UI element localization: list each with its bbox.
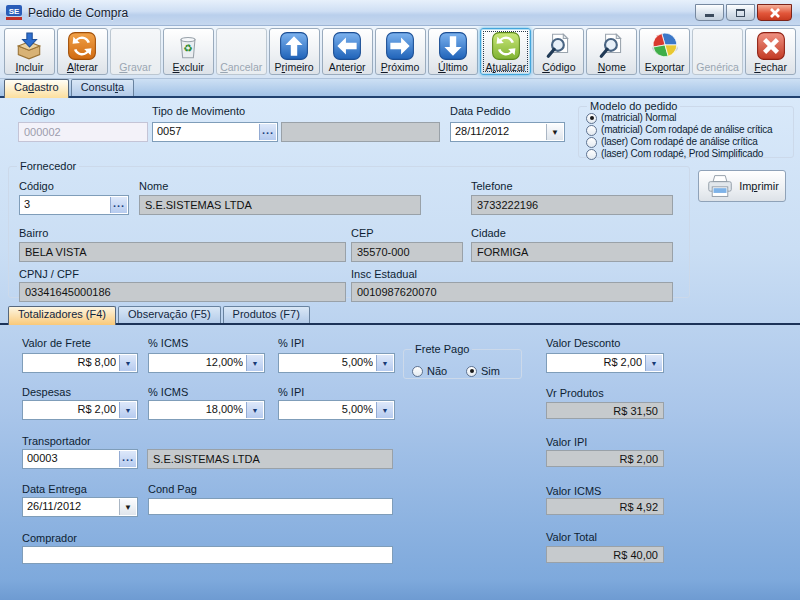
toolbar-button-label: Nome xyxy=(598,61,626,73)
dropdown-arrow-icon[interactable]: ▼ xyxy=(246,402,263,418)
toolbar-nome-button[interactable]: Nome xyxy=(586,28,637,75)
data-entrega-label: Data Entrega xyxy=(22,483,87,495)
minimize-button[interactable] xyxy=(695,4,724,21)
modelo-option-matricial-rodape[interactable]: (matricial) Com rodapé de análise crític… xyxy=(586,124,793,136)
perc-ipi-frete-field[interactable]: 5,00% ▼ xyxy=(278,353,395,373)
valor-frete-field[interactable]: R$ 8,00 ▼ xyxy=(22,353,138,373)
perc-icms-despesas-field[interactable]: 18,00% ▼ xyxy=(148,400,265,420)
modelo-option-laser-simplificado[interactable]: (laser) Com rodapé, Prod Simplificado xyxy=(586,148,793,160)
modelo-pedido-legend: Modelo do pedido xyxy=(587,100,680,112)
close-button[interactable] xyxy=(757,4,792,21)
arrow-up-icon xyxy=(279,31,309,61)
tipo-movimento-descricao-field xyxy=(281,122,440,142)
toolbar-atualizar-button[interactable]: Atualizar xyxy=(480,28,531,75)
tab-consulta[interactable]: Consulta xyxy=(71,79,134,96)
tipo-movimento-label: Tipo de Movimento xyxy=(152,105,245,117)
toolbar-anterior-button[interactable]: Anterior xyxy=(322,28,373,75)
svg-text:♻: ♻ xyxy=(183,42,193,54)
cond-pag-input[interactable] xyxy=(148,498,393,515)
fornecedor-codigo-field[interactable]: 3 ... xyxy=(19,195,129,215)
svg-text:SE: SE xyxy=(9,7,20,16)
data-pedido-field[interactable]: 28/11/2012 ▼ xyxy=(450,122,565,142)
toolbar-ultimo-button[interactable]: Último xyxy=(428,28,479,75)
valor-icms-field: R$ 4,92 xyxy=(546,498,664,515)
tab-cadastro[interactable]: Cadastro xyxy=(4,79,69,98)
main-tabstrip: Cadastro Consulta xyxy=(0,79,800,98)
cpnj-cpf-label: CPNJ / CPF xyxy=(19,268,79,280)
fornecedor-codigo-label: Código xyxy=(19,180,54,192)
minimize-icon xyxy=(705,14,714,17)
dropdown-arrow-icon[interactable]: ▼ xyxy=(246,355,263,371)
toolbar-button-label: Anterior xyxy=(329,61,366,73)
toolbar-primeiro-button[interactable]: Primeiro xyxy=(269,28,320,75)
refresh-green-icon xyxy=(491,31,521,61)
transportador-codigo-field[interactable]: 00003 ... xyxy=(22,449,138,469)
vr-produtos-field: R$ 31,50 xyxy=(546,402,664,419)
bairro-field: BELA VISTA xyxy=(19,242,346,262)
toolbar-button-label: Exportar xyxy=(645,61,685,73)
arrow-down-icon xyxy=(438,31,468,61)
data-entrega-field[interactable]: 26/11/2012 ▼ xyxy=(22,497,138,517)
insc-estadual-field: 0010987620070 xyxy=(351,282,673,302)
fornecedor-nome-field: S.E.SISTEMAS LTDA xyxy=(139,195,421,215)
frete-pago-legend: Frete Pago xyxy=(412,343,472,355)
frete-pago-groupbox: Frete Pago Não Sim xyxy=(403,343,522,379)
lookup-ellipsis-icon[interactable]: ... xyxy=(110,197,127,213)
dropdown-arrow-icon[interactable]: ▼ xyxy=(119,355,136,371)
toolbar-fechar-button[interactable]: Fechar xyxy=(745,28,796,75)
perc-ipi-despesas-field[interactable]: 5,00% ▼ xyxy=(278,400,395,420)
radio-checked-icon xyxy=(586,113,597,124)
lookup-ellipsis-icon[interactable]: ... xyxy=(259,124,276,140)
dropdown-arrow-icon[interactable]: ▼ xyxy=(376,355,393,371)
maximize-button[interactable] xyxy=(726,4,755,21)
cpnj-cpf-field: 03341645000186 xyxy=(19,282,346,302)
perc-icms-frete-field[interactable]: 12,00% ▼ xyxy=(148,353,265,373)
dropdown-arrow-icon[interactable]: ▼ xyxy=(119,402,136,418)
cadastro-page: Código 000002 Tipo de Movimento 0057 ...… xyxy=(0,98,800,600)
title-bar[interactable]: SE Pedido de Compra xyxy=(0,0,800,26)
dropdown-arrow-icon[interactable]: ▼ xyxy=(645,355,662,371)
refresh-orange-icon xyxy=(67,31,97,61)
tab-totalizadores[interactable]: Totalizadores (F4) xyxy=(8,306,116,325)
tipo-movimento-field[interactable]: 0057 ... xyxy=(152,122,278,142)
modelo-pedido-groupbox: Modelo do pedido (matricial) Normal (mat… xyxy=(578,100,794,158)
valor-icms-label: Valor ICMS xyxy=(546,485,601,497)
toolbar-codigo-button[interactable]: Código xyxy=(533,28,584,75)
toolbar-proximo-button[interactable]: Próximo xyxy=(375,28,426,75)
lookup-ellipsis-icon[interactable]: ... xyxy=(119,451,136,467)
perc-icms-despesas-label: % ICMS xyxy=(148,386,188,398)
arrow-left-icon xyxy=(332,31,362,61)
valor-desconto-field[interactable]: R$ 2,00 ▼ xyxy=(546,353,664,373)
modelo-option-laser-rodape[interactable]: (laser) Com rodapé de análise crítica xyxy=(586,136,793,148)
calendar-dropdown-icon[interactable]: ▼ xyxy=(546,124,563,140)
perc-icms-frete-label: % ICMS xyxy=(148,337,188,349)
imprimir-label: Imprimir xyxy=(739,180,779,192)
tab-observacao[interactable]: Observação (F5) xyxy=(118,306,221,323)
modelo-option-matricial-normal[interactable]: (matricial) Normal xyxy=(586,112,793,124)
cidade-label: Cidade xyxy=(471,227,506,239)
perc-ipi-frete-label: % IPI xyxy=(278,337,304,349)
frete-pago-sim-option[interactable]: Sim xyxy=(466,365,500,377)
imprimir-button[interactable]: Imprimir xyxy=(698,170,786,202)
toolbar-gravar-button[interactable]: Gravar xyxy=(110,28,161,75)
dropdown-arrow-icon[interactable]: ▼ xyxy=(376,402,393,418)
comprador-input[interactable] xyxy=(22,546,393,564)
despesas-label: Despesas xyxy=(22,386,71,398)
valor-total-label: Valor Total xyxy=(546,531,597,543)
toolbar-alterar-button[interactable]: Alterar xyxy=(57,28,108,75)
toolbar-excluir-button[interactable]: ♻ Excluir xyxy=(163,28,214,75)
despesas-field[interactable]: R$ 2,00 ▼ xyxy=(22,400,138,420)
toolbar-exportar-button[interactable]: Exportar xyxy=(639,28,690,75)
toolbar: Incluir Alterar Gravar ♻ Excluir Cancela… xyxy=(0,26,800,79)
close-icon xyxy=(769,8,781,18)
calendar-dropdown-icon[interactable]: ▼ xyxy=(119,499,136,515)
toolbar-cancelar-button[interactable]: Cancelar xyxy=(216,28,267,75)
toolbar-generica-button[interactable]: Genérica xyxy=(692,28,743,75)
cep-label: CEP xyxy=(351,227,374,239)
recycle-bin-icon: ♻ xyxy=(173,31,203,61)
toolbar-incluir-button[interactable]: Incluir xyxy=(4,28,55,75)
tab-produtos[interactable]: Produtos (F7) xyxy=(223,306,310,323)
toolbar-button-label: Excluir xyxy=(173,61,205,73)
frete-pago-nao-option[interactable]: Não xyxy=(412,365,447,377)
toolbar-button-label: Incluir xyxy=(15,61,43,73)
